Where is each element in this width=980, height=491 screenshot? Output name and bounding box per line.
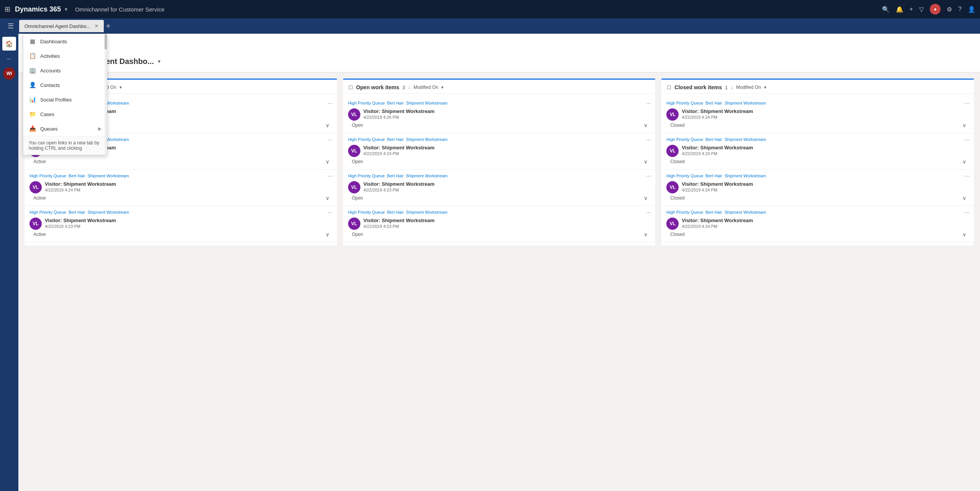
sort-icon[interactable]: ↓	[731, 85, 733, 90]
dropdown-item-queues[interactable]: 📥 Queues ▶	[23, 121, 107, 136]
dropdown-item-activities[interactable]: 📋 Activities	[23, 49, 107, 63]
dropdown-item-dashboards[interactable]: ▦ Dashboards	[23, 34, 107, 49]
dropdown-item-chevron: ▶	[98, 126, 101, 131]
add-icon[interactable]: +	[910, 6, 913, 13]
sort-chevron[interactable]: ▾	[441, 85, 443, 90]
card-more-icon[interactable]: ···	[646, 209, 652, 215]
work-item-card[interactable]: High Priority Queue Bert Hair Shipment W…	[661, 133, 974, 170]
card-expand-icon[interactable]: ∨	[962, 231, 966, 237]
page-header: ← 💾 Save As ✓ Set As D... ⊞ Omnichannel …	[18, 34, 980, 72]
filter-icon[interactable]: ▽	[919, 6, 924, 13]
card-date: 4/22/2019 4:24 PM	[45, 188, 333, 192]
dropdown-item-accounts[interactable]: 🏢 Accounts	[23, 63, 107, 78]
sort-icon[interactable]: ↓	[408, 85, 411, 90]
card-expand-icon[interactable]: ∨	[644, 231, 648, 237]
card-date: 4/22/2019 4:26 PM	[363, 115, 652, 119]
card-more-icon[interactable]: ···	[327, 136, 333, 142]
work-item-card[interactable]: High Priority Queue Bert Hair Shipment W…	[343, 206, 656, 242]
dropdown-scrollbar[interactable]	[105, 34, 107, 155]
tab-add-icon[interactable]: +	[106, 22, 111, 31]
settings-icon[interactable]: ⚙	[947, 6, 952, 13]
brand-chevron[interactable]: ▾	[65, 6, 67, 12]
card-title: Visitor: Shipment Workstream	[45, 181, 333, 187]
work-item-card[interactable]: High Priority Queue Bert Hair Shipment W…	[343, 133, 656, 170]
card-expand-icon[interactable]: ∨	[962, 159, 966, 165]
dropdown-item-icon: 📋	[29, 52, 36, 59]
sidebar-back-icon[interactable]: ←	[2, 52, 16, 66]
work-item-card[interactable]: High Priority Queue Bert Hair Shipment W…	[343, 97, 656, 133]
dropdown-inner: ▦ Dashboards 📋 Activities 🏢 Accounts 👤 C…	[23, 34, 107, 136]
tab-close-icon[interactable]: ✕	[95, 23, 98, 29]
card-info: Visitor: Shipment Workstream 4/22/2019 4…	[682, 181, 970, 192]
card-status: Closed	[670, 195, 684, 201]
card-tags: High Priority Queue Bert Hair Shipment W…	[348, 173, 652, 179]
agent-tag: Bert Hair	[705, 137, 722, 142]
workstream-tag: Shipment Workstream	[725, 173, 766, 178]
work-item-card[interactable]: High Priority Queue Bert Hair Shipment W…	[661, 97, 974, 133]
card-expand-icon[interactable]: ∨	[644, 195, 648, 201]
workstream-tag: Shipment Workstream	[406, 137, 448, 142]
card-more-icon[interactable]: ···	[964, 209, 970, 215]
card-expand-icon[interactable]: ∨	[962, 195, 966, 201]
dropdown-item-cases[interactable]: 📁 Cases	[23, 107, 107, 121]
card-expand-icon[interactable]: ∨	[644, 122, 648, 128]
card-status: Open	[352, 195, 363, 201]
dropdown-item-contacts[interactable]: 👤 Contacts	[23, 78, 107, 92]
search-icon[interactable]: 🔍	[882, 6, 890, 13]
queue-tag: High Priority Queue	[348, 101, 385, 105]
card-expand-icon[interactable]: ∨	[326, 159, 329, 165]
card-expand-icon[interactable]: ∨	[962, 122, 966, 128]
dropdown-item-social-profiles[interactable]: 📊 Social Profiles	[23, 92, 107, 107]
queue-tag: High Priority Queue	[29, 210, 66, 214]
column-count: 1	[725, 85, 728, 90]
column-title: Open work items	[356, 84, 399, 90]
card-status: Closed	[670, 159, 684, 164]
agent-tag: Bert Hair	[69, 210, 85, 214]
user-icon[interactable]: 👤	[968, 6, 975, 13]
queue-tag: High Priority Queue	[348, 137, 385, 142]
card-expand-icon[interactable]: ∨	[326, 231, 329, 237]
scrollbar-thumb[interactable]	[105, 34, 107, 49]
dropdown-item-label: Cases	[40, 111, 101, 117]
card-expand-icon[interactable]: ∨	[326, 195, 329, 201]
card-date: 4/22/2019 4:23 PM	[45, 224, 333, 229]
card-title: Visitor: Shipment Workstream	[682, 218, 970, 223]
page-title-chevron[interactable]: ▾	[158, 58, 160, 64]
sidebar-user-avatar[interactable]: WI	[3, 67, 15, 80]
card-date: 4/22/2019 4:24 PM	[682, 224, 970, 229]
workstream-tag: Shipment Workstream	[87, 173, 129, 178]
card-more-icon[interactable]: ···	[964, 136, 970, 142]
card-info: Visitor: Shipment Workstream 4/22/2019 4…	[682, 218, 970, 229]
sidebar-home-icon[interactable]: 🏠	[2, 37, 16, 51]
sort-chevron[interactable]: ▾	[764, 85, 766, 90]
card-more-icon[interactable]: ···	[646, 100, 652, 106]
card-status: Closed	[670, 232, 684, 237]
card-expand-icon[interactable]: ∨	[644, 159, 648, 165]
card-more-icon[interactable]: ···	[646, 173, 652, 179]
card-main: VL Visitor: Shipment Workstream 4/22/201…	[348, 218, 652, 230]
work-item-card[interactable]: High Priority Queue Bert Hair Shipment W…	[343, 170, 656, 206]
help-icon[interactable]: ?	[958, 6, 962, 13]
work-item-card[interactable]: High Priority Queue Bert Hair Shipment W…	[661, 170, 974, 206]
column-icon: ☐	[348, 85, 353, 90]
card-date: 4/22/2019 4:24 PM	[682, 115, 970, 119]
card-info: Visitor: Shipment Workstream 4/22/2019 4…	[45, 181, 333, 192]
work-item-card[interactable]: High Priority Queue Bert Hair Shipment W…	[25, 206, 337, 242]
active-tab[interactable]: Omnichannel Agent Dashbo... ✕	[19, 20, 104, 32]
hamburger-icon[interactable]: ☰	[5, 19, 17, 33]
card-expand-icon[interactable]: ∨	[326, 122, 329, 128]
card-info: Visitor: Shipment Workstream 4/22/2019 4…	[682, 108, 970, 119]
card-avatar: VL	[29, 181, 42, 193]
card-more-icon[interactable]: ···	[646, 136, 652, 142]
card-more-icon[interactable]: ···	[964, 100, 970, 106]
sort-chevron[interactable]: ▾	[119, 85, 122, 90]
card-more-icon[interactable]: ···	[327, 100, 333, 106]
card-more-icon[interactable]: ···	[964, 173, 970, 179]
grid-icon[interactable]: ⊞	[5, 5, 10, 13]
work-item-card[interactable]: High Priority Queue Bert Hair Shipment W…	[661, 206, 974, 242]
work-item-card[interactable]: High Priority Queue Bert Hair Shipment W…	[25, 170, 337, 206]
card-more-icon[interactable]: ···	[327, 209, 333, 215]
card-more-icon[interactable]: ···	[327, 173, 333, 179]
second-nav: ☰ Omnichannel Agent Dashbo... ✕ +	[0, 18, 980, 34]
notification-icon[interactable]: 🔔	[896, 6, 903, 13]
